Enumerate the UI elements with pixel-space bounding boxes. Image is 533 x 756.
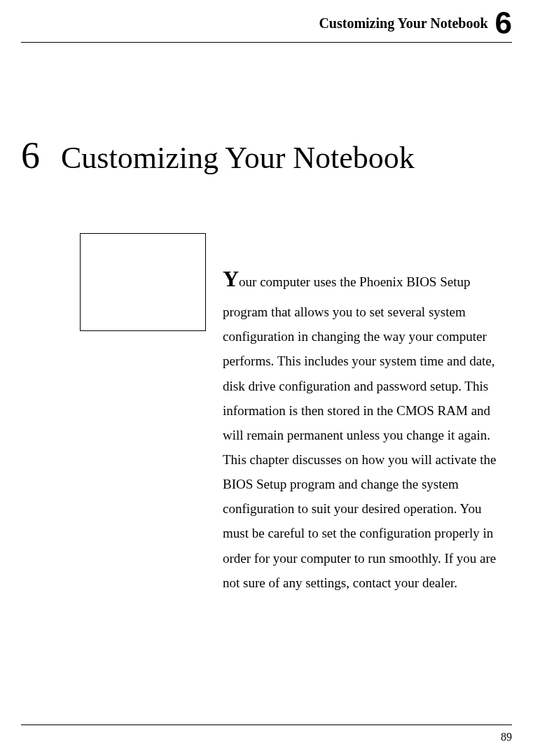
body-text: our computer uses the Phoenix BIOS Setup… bbox=[223, 274, 496, 590]
running-header: Customizing Your Notebook 6 bbox=[21, 0, 512, 43]
body-paragraph: Your computer uses the Phoenix BIOS Setu… bbox=[223, 233, 512, 595]
content-row: Your computer uses the Phoenix BIOS Setu… bbox=[21, 233, 512, 595]
page-footer: 89 bbox=[21, 724, 512, 756]
page-container: Customizing Your Notebook 6 6 Customizin… bbox=[0, 0, 533, 756]
running-header-title: Customizing Your Notebook bbox=[319, 15, 487, 31]
chapter-title: Customizing Your Notebook bbox=[61, 140, 415, 176]
running-header-chapter-number: 6 bbox=[495, 6, 512, 40]
illustration-placeholder bbox=[80, 233, 206, 331]
chapter-heading: 6 Customizing Your Notebook bbox=[21, 134, 512, 177]
dropcap: Y bbox=[223, 266, 239, 291]
chapter-number: 6 bbox=[21, 134, 40, 177]
page-number: 89 bbox=[501, 731, 512, 743]
